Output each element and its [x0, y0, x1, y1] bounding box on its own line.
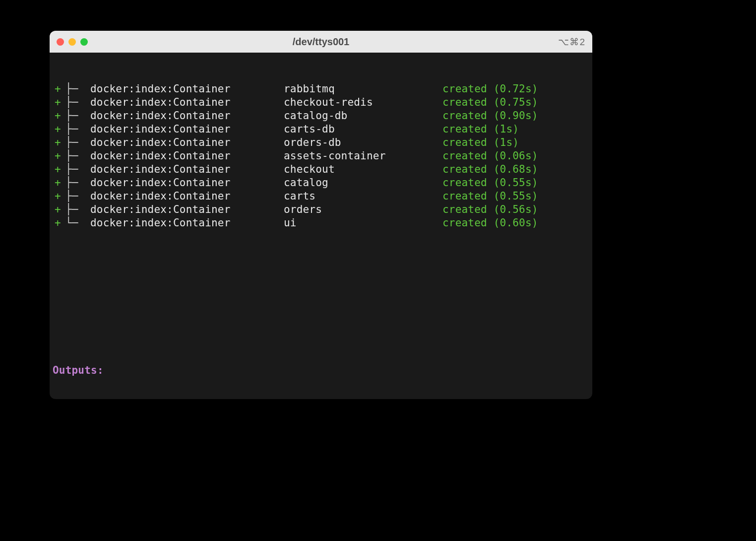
resource-type: docker:index:Container: [90, 190, 284, 203]
resource-name: checkout-redis: [284, 96, 442, 109]
resource-type: docker:index:Container: [90, 216, 284, 230]
tree-branch-icon: ├─: [65, 109, 90, 123]
tree-branch-icon: ├─: [65, 123, 90, 136]
resource-status: created (1s): [442, 136, 519, 149]
outputs-heading: Outputs:: [52, 364, 590, 377]
plus-icon: +: [52, 136, 65, 149]
plus-icon: +: [52, 176, 65, 190]
resource-name: assets-container: [284, 149, 442, 163]
resource-type: docker:index:Container: [90, 163, 284, 176]
plus-icon: +: [52, 96, 65, 109]
resource-name: carts: [284, 190, 442, 203]
tree-branch-icon: ├─: [65, 190, 90, 203]
resource-type: docker:index:Container: [90, 123, 284, 136]
tree-branch-icon: ├─: [65, 82, 90, 96]
resource-row: +└─ docker:index:Containeruicreated (0.6…: [52, 216, 590, 230]
resource-type: docker:index:Container: [90, 109, 284, 123]
resource-name: catalog: [284, 176, 442, 190]
resource-status: created (0.55s): [442, 176, 538, 190]
resource-name: ui: [284, 216, 442, 230]
plus-icon: +: [52, 123, 65, 136]
resource-name: rabbitmq: [284, 82, 442, 96]
resource-status: created (0.60s): [442, 216, 538, 230]
resource-name: orders-db: [284, 136, 442, 149]
terminal-window: /dev/ttys001 ⌥⌘2 +├─ docker:index:Contai…: [50, 31, 592, 399]
plus-icon: +: [52, 109, 65, 123]
minimize-icon[interactable]: [68, 38, 76, 46]
resource-name: carts-db: [284, 123, 442, 136]
resource-status: created (1s): [442, 123, 519, 136]
maximize-icon[interactable]: [80, 38, 88, 46]
tree-branch-icon: ├─: [65, 149, 90, 163]
resource-type: docker:index:Container: [90, 136, 284, 149]
resource-row: +├─ docker:index:Containercartscreated (…: [52, 190, 590, 203]
resource-status: created (0.72s): [442, 82, 538, 96]
resource-row: +├─ docker:index:Containercheckout-redis…: [52, 96, 590, 109]
tree-branch-icon: ├─: [65, 136, 90, 149]
resource-list: +├─ docker:index:Containerrabbitmqcreate…: [52, 82, 590, 230]
titlebar: /dev/ttys001 ⌥⌘2: [50, 31, 592, 53]
plus-icon: +: [52, 216, 65, 230]
resource-name: orders: [284, 203, 442, 216]
tree-branch-icon: ├─: [65, 163, 90, 176]
resource-status: created (0.06s): [442, 149, 538, 163]
resource-row: +├─ docker:index:Containerassets-contain…: [52, 149, 590, 163]
resource-row: +├─ docker:index:Containercatalog-dbcrea…: [52, 109, 590, 123]
plus-icon: +: [52, 149, 65, 163]
tree-branch-icon: └─: [65, 216, 90, 230]
resource-name: catalog-db: [284, 109, 442, 123]
plus-icon: +: [52, 190, 65, 203]
resource-status: created (0.68s): [442, 163, 538, 176]
resource-row: +├─ docker:index:Containerorders-dbcreat…: [52, 136, 590, 149]
tree-branch-icon: ├─: [65, 96, 90, 109]
resource-status: created (0.75s): [442, 96, 538, 109]
plus-icon: +: [52, 82, 65, 96]
resource-type: docker:index:Container: [90, 96, 284, 109]
plus-icon: +: [52, 203, 65, 216]
resource-type: docker:index:Container: [90, 176, 284, 190]
tree-branch-icon: ├─: [65, 176, 90, 190]
resource-row: +├─ docker:index:Containerrabbitmqcreate…: [52, 82, 590, 96]
resource-type: docker:index:Container: [90, 203, 284, 216]
resource-row: +├─ docker:index:Containerorderscreated …: [52, 203, 590, 216]
window-shortcut: ⌥⌘2: [558, 36, 585, 48]
terminal-body[interactable]: +├─ docker:index:Containerrabbitmqcreate…: [50, 53, 592, 399]
window-title: /dev/ttys001: [50, 36, 592, 48]
plus-icon: +: [52, 163, 65, 176]
resource-row: +├─ docker:index:Containercatalogcreated…: [52, 176, 590, 190]
resource-type: docker:index:Container: [90, 149, 284, 163]
tree-branch-icon: ├─: [65, 203, 90, 216]
traffic-lights: [57, 38, 88, 46]
resource-status: created (0.55s): [442, 190, 538, 203]
resource-row: +├─ docker:index:Containercarts-dbcreate…: [52, 123, 590, 136]
resource-row: +├─ docker:index:Containercheckoutcreate…: [52, 163, 590, 176]
close-icon[interactable]: [57, 38, 64, 46]
resource-status: created (0.90s): [442, 109, 538, 123]
resource-status: created (0.56s): [442, 203, 538, 216]
resource-type: docker:index:Container: [90, 82, 284, 96]
resource-name: checkout: [284, 163, 442, 176]
